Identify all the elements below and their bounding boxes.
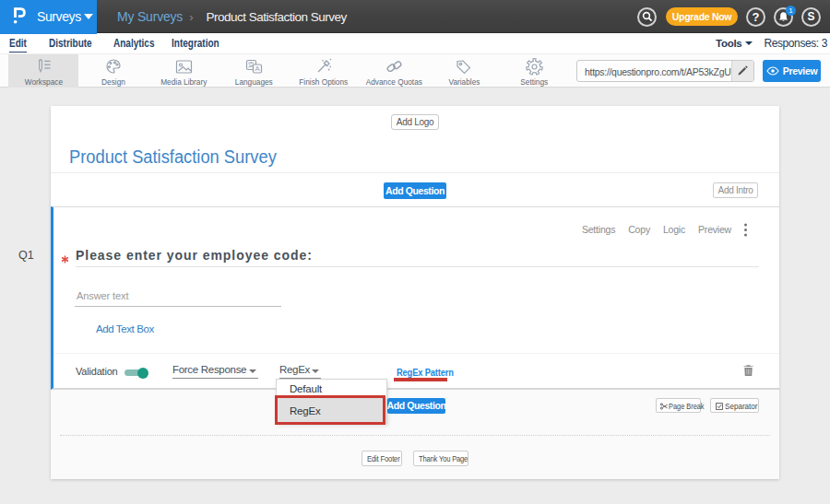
svg-text:A: A [255,64,259,73]
